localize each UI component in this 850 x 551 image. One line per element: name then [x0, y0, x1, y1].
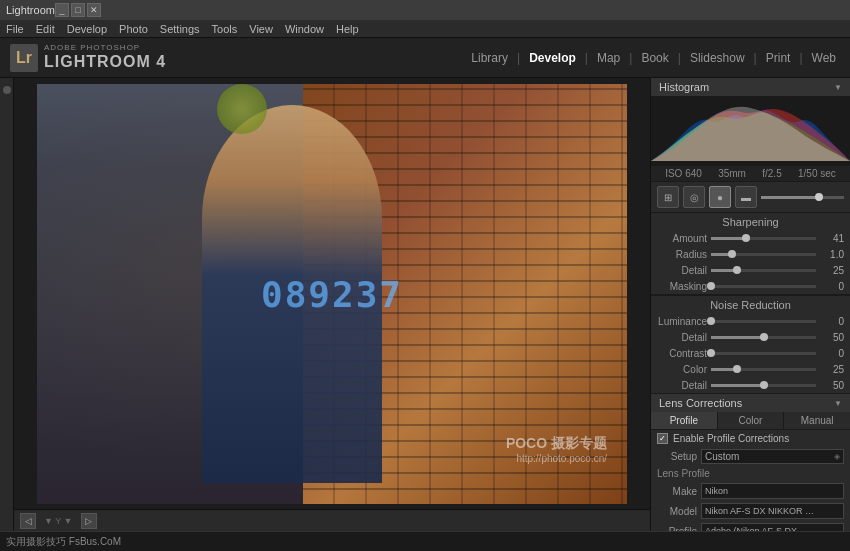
- contrast-slider[interactable]: [711, 352, 816, 355]
- luminance-value: 0: [820, 316, 844, 327]
- lens-corrections-header[interactable]: Lens Corrections ▼: [651, 394, 850, 412]
- histogram-toggle-icon: ▼: [834, 83, 842, 92]
- masking-slider[interactable]: [711, 285, 816, 288]
- lens-corrections-section: Lens Corrections ▼ Profile Color Manual …: [651, 394, 850, 531]
- nav-tab-print[interactable]: Print: [762, 49, 795, 67]
- masking-thumb: [707, 282, 715, 290]
- menu-tools[interactable]: Tools: [212, 23, 238, 35]
- noise-reduction-title: Noise Reduction: [651, 295, 850, 313]
- color-detail-thumb: [760, 381, 768, 389]
- crop-tool-button[interactable]: ⊞: [657, 186, 679, 208]
- nav-tab-library[interactable]: Library: [467, 49, 512, 67]
- detail-thumb: [733, 266, 741, 274]
- luminance-label: Luminance: [657, 316, 707, 327]
- profile-value-field[interactable]: Adobe (Nikon AF-S DX NIKKO...: [701, 523, 844, 531]
- header: Lr ADOBE PHOTOSHOP LIGHTROOM 4 Library |…: [0, 38, 850, 78]
- tab-profile[interactable]: Profile: [651, 412, 718, 429]
- setup-value-field[interactable]: Custom ◈: [701, 449, 844, 464]
- nr-detail-row: Detail 50: [651, 329, 850, 345]
- watermark: POCO 摄影专题 http://photo.poco.cn/: [506, 435, 607, 464]
- nr-detail-fill: [711, 336, 764, 339]
- menu-develop[interactable]: Develop: [67, 23, 107, 35]
- luminance-row: Luminance 0: [651, 313, 850, 329]
- nav-tab-slideshow[interactable]: Slideshow: [686, 49, 749, 67]
- healing-tool-button[interactable]: ◎: [683, 186, 705, 208]
- color-slider[interactable]: [711, 368, 816, 371]
- menu-view[interactable]: View: [249, 23, 273, 35]
- logo-text: ADOBE PHOTOSHOP LIGHTROOM 4: [44, 44, 166, 70]
- luminance-slider[interactable]: [711, 320, 816, 323]
- app-title: LIGHTROOM 4: [44, 53, 166, 71]
- menu-file[interactable]: File: [6, 23, 24, 35]
- color-detail-row: Detail 50: [651, 377, 850, 393]
- right-panel: Histogram ▼ ISO 640 35mm f/2.5 1/50 s: [650, 78, 850, 531]
- prev-image-button[interactable]: ◁: [20, 513, 36, 529]
- nav-tab-map[interactable]: Map: [593, 49, 624, 67]
- bottom-strip-label: 实用摄影技巧 FsBus.CoM: [6, 535, 121, 549]
- menu-window[interactable]: Window: [285, 23, 324, 35]
- nav-tab-web[interactable]: Web: [808, 49, 840, 67]
- view-mode-label: ▼ Y ▼: [44, 516, 73, 526]
- tab-manual[interactable]: Manual: [784, 412, 850, 429]
- next-image-button[interactable]: ▷: [81, 513, 97, 529]
- aperture-value: f/2.5: [762, 168, 781, 179]
- logo-area: Lr ADOBE PHOTOSHOP LIGHTROOM 4: [10, 44, 166, 72]
- lens-corrections-title: Lens Corrections: [659, 397, 742, 409]
- nr-detail-label: Detail: [657, 332, 707, 343]
- tool-slider-track[interactable]: [761, 196, 844, 199]
- radius-thumb: [728, 250, 736, 258]
- contrast-value: 0: [820, 348, 844, 359]
- detail-slider[interactable]: [711, 269, 816, 272]
- nr-detail-value: 50: [820, 332, 844, 343]
- model-label: Model: [657, 506, 697, 517]
- histogram-header[interactable]: Histogram ▼: [651, 78, 850, 96]
- tool-icons-row: ⊞ ◎ ● ▬: [651, 182, 850, 212]
- minimize-button[interactable]: _: [55, 3, 69, 17]
- luminance-thumb: [707, 317, 715, 325]
- color-detail-slider[interactable]: [711, 384, 816, 387]
- menu-edit[interactable]: Edit: [36, 23, 55, 35]
- color-label: Color: [657, 364, 707, 375]
- amount-row: Amount 41: [651, 230, 850, 246]
- amount-slider[interactable]: [711, 237, 816, 240]
- nav-separator: |: [678, 51, 681, 65]
- sharpening-title: Sharpening: [651, 212, 850, 230]
- amount-fill: [711, 237, 746, 240]
- adjustment-tool-button[interactable]: ●: [709, 186, 731, 208]
- menu-settings[interactable]: Settings: [160, 23, 200, 35]
- nr-detail-slider[interactable]: [711, 336, 816, 339]
- watermark-url: http://photo.poco.cn/: [506, 453, 607, 464]
- color-value: 25: [820, 364, 844, 375]
- nav-tab-develop[interactable]: Develop: [525, 49, 580, 67]
- radius-row: Radius 1.0: [651, 246, 850, 262]
- menu-help[interactable]: Help: [336, 23, 359, 35]
- radius-label: Radius: [657, 249, 707, 260]
- lens-profile-label: Lens Profile: [651, 466, 850, 481]
- nav-tab-book[interactable]: Book: [637, 49, 672, 67]
- watermark-main: POCO 摄影专题: [506, 435, 607, 453]
- make-value-field[interactable]: Nikon: [701, 483, 844, 499]
- masking-row: Masking 0: [651, 278, 850, 294]
- amount-thumb: [742, 234, 750, 242]
- tab-color[interactable]: Color: [718, 412, 785, 429]
- maximize-button[interactable]: □: [71, 3, 85, 17]
- radius-value: 1.0: [820, 249, 844, 260]
- contrast-thumb: [707, 349, 715, 357]
- graduated-tool-button[interactable]: ▬: [735, 186, 757, 208]
- bottom-toolbar: ◁ ▼ Y ▼ ▷: [14, 509, 650, 531]
- left-panel-toggle[interactable]: [3, 86, 11, 94]
- setup-label: Setup: [657, 451, 697, 462]
- lens-tabs: Profile Color Manual: [651, 412, 850, 430]
- main-area: 089237 POCO 摄影专题 http://photo.poco.cn/ ◁…: [0, 78, 850, 531]
- photo-area[interactable]: 089237 POCO 摄影专题 http://photo.poco.cn/: [14, 78, 650, 509]
- detail-row: Detail 25: [651, 262, 850, 278]
- setup-value: Custom: [705, 451, 739, 462]
- radius-slider[interactable]: [711, 253, 816, 256]
- close-button[interactable]: ✕: [87, 3, 101, 17]
- nr-detail-thumb: [760, 333, 768, 341]
- model-value-field[interactable]: Nikon AF-S DX NIKKOR 35mm...: [701, 503, 844, 519]
- menu-photo[interactable]: Photo: [119, 23, 148, 35]
- tool-slider-fill: [761, 196, 815, 199]
- enable-corrections-checkbox[interactable]: ✓: [657, 433, 668, 444]
- histogram-chart: [651, 96, 850, 166]
